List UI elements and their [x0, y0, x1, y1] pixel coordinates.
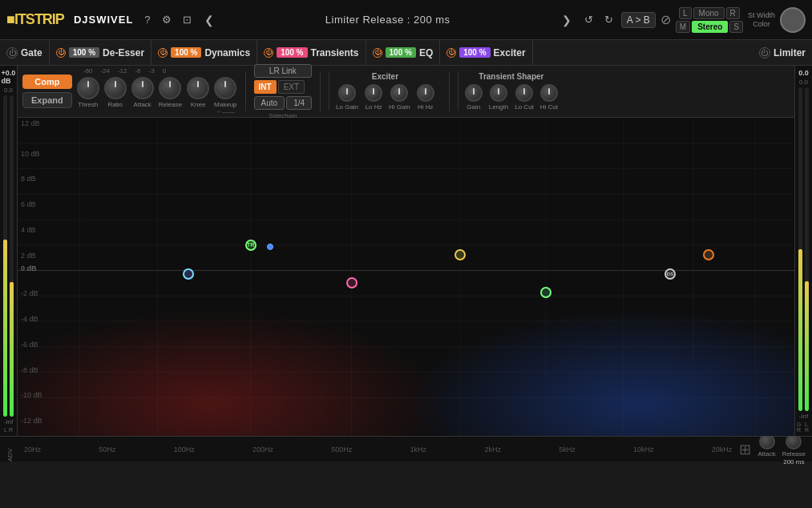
ab-button[interactable]: A > B	[621, 12, 656, 28]
transient-controls: Transient Shaper Gain Length Lo Cut	[458, 72, 564, 111]
eq-node-2khz[interactable]	[540, 287, 551, 298]
eq-node-1khz[interactable]	[454, 249, 466, 260]
transients-power-icon[interactable]: ⏻	[264, 48, 273, 58]
lr-link-button[interactable]: LR Link	[254, 64, 312, 78]
eq-node-200hz[interactable]	[346, 277, 358, 288]
ts-gain-knob[interactable]	[465, 84, 483, 102]
stereo-button[interactable]: Stereo	[692, 21, 728, 33]
left-meter-l-fill	[3, 240, 7, 417]
dj-swivel-label: DJSWIVEL	[74, 14, 133, 26]
gr-meter-group: -60 -24 -12 -6 -3 0 Thresh Ratio	[77, 67, 237, 115]
adv-label: ADV	[6, 437, 14, 462]
transient-knobs: Gain Length Lo Cut Hi Cut	[465, 84, 558, 111]
limiter-power-icon[interactable]: ⏻	[759, 47, 770, 58]
module-transients[interactable]: ⏻ 100 % Transients	[257, 40, 366, 65]
attack-knob[interactable]	[131, 77, 154, 99]
hi-gain-knob[interactable]	[390, 84, 408, 102]
right-meter-l-bar	[798, 87, 802, 411]
bottom-right-controls: ⊞ Attack Release 200 ms	[739, 433, 806, 466]
r-button[interactable]: R	[726, 7, 740, 19]
top-bar: ■ITSTRIP DJSWIVEL ? ⚙ ⊡ ❮ Limiter Releas…	[0, 0, 812, 40]
help-icon[interactable]: ?	[141, 12, 153, 27]
gate-power-icon[interactable]: ⏻	[6, 47, 18, 58]
module-dynamics[interactable]: ⏻ 100 % Dynamics	[151, 40, 257, 65]
attack-control-label: Attack	[757, 450, 775, 458]
left-meter-lr-labels: L R	[4, 427, 13, 433]
hi-hz-knob[interactable]	[417, 84, 434, 102]
expand-button[interactable]: Expand	[22, 92, 72, 108]
ts-locut-knob[interactable]	[515, 84, 533, 102]
redo-icon[interactable]: ↻	[601, 12, 616, 27]
auto-button[interactable]: Auto	[254, 96, 285, 110]
freq-5khz: 5kHz	[559, 446, 576, 454]
nav-fwd-button[interactable]: ❯	[557, 12, 576, 28]
lo-hz-knob[interactable]	[365, 84, 382, 102]
s-button[interactable]: S	[729, 21, 743, 33]
l-button[interactable]: L	[679, 7, 692, 19]
release-knob[interactable]	[159, 77, 181, 99]
release-control-value: 200 ms	[783, 458, 804, 466]
eq-node-10khz[interactable]	[703, 249, 714, 260]
separator3	[449, 71, 450, 111]
mono-button[interactable]: Mono	[693, 7, 725, 19]
hi-gain-label: Hi Gain	[389, 103, 410, 111]
right-level-sub: 0.0	[799, 79, 808, 86]
transients-module-label: Transients	[311, 47, 359, 58]
deesser-module-label: De-Esser	[103, 47, 144, 58]
deesser-pct: 100 %	[69, 47, 99, 58]
limiter-module-label: Limiter	[774, 47, 806, 58]
eq-node-tr[interactable]: TR	[245, 240, 257, 251]
avatar[interactable]	[780, 7, 806, 33]
eq-node-1[interactable]	[183, 268, 194, 280]
module-eq[interactable]: ⏻ 100 % EQ	[366, 40, 441, 65]
comp-button[interactable]: Comp	[22, 75, 72, 89]
attack-control-group: Attack	[757, 433, 775, 466]
hi-hz-knob-group: Hi Hz	[417, 84, 434, 111]
makeup-arrow: ←——	[216, 108, 235, 115]
ratio-knob[interactable]	[104, 77, 127, 99]
eq-power-icon[interactable]: ⏻	[373, 48, 382, 58]
knee-knob[interactable]	[187, 77, 209, 99]
piano-icon[interactable]: ⊞	[739, 441, 751, 458]
undo-icon[interactable]: ↺	[581, 12, 596, 27]
ts-hicut-knob[interactable]	[540, 84, 558, 102]
controls-row: Comp Expand -60 -24 -12 -6 -3 0 Thresh	[18, 66, 794, 118]
db-label-neg6: -6 dB	[21, 341, 38, 349]
dynamics-power-icon[interactable]: ⏻	[158, 48, 168, 58]
db-label-neg12: -12 dB	[21, 417, 42, 425]
freq-200hz: 200Hz	[252, 446, 273, 454]
eq-node-ds[interactable]: DS	[665, 268, 676, 280]
makeup-knob[interactable]	[214, 77, 236, 99]
main-area: +0.0 dB 0.0 -Inf L R Comp Expand	[0, 66, 812, 436]
ext-button[interactable]: EXT	[278, 80, 305, 94]
left-level-value: +0.0 dB	[2, 69, 16, 85]
settings-icon[interactable]: ⚙	[159, 12, 175, 27]
db-label-neg4: -4 dB	[21, 315, 38, 323]
exciter-power-icon[interactable]: ⏻	[446, 48, 456, 58]
module-deesser[interactable]: ⏻ 100 % De-Esser	[50, 40, 151, 65]
module-gate[interactable]: ⏻ Gate	[0, 40, 50, 65]
hi-gain-knob-group: Hi Gain	[389, 84, 410, 111]
eq-node-tr-secondary[interactable]	[267, 244, 273, 250]
bookmark-icon[interactable]: ⊡	[180, 12, 195, 27]
lo-gain-knob[interactable]	[338, 84, 356, 102]
ts-length-knob[interactable]	[490, 84, 507, 102]
thresh-knob[interactable]	[77, 77, 99, 99]
mono-stereo-group: L Mono R M Stereo S	[676, 7, 743, 33]
logo: ■ITSTRIP	[6, 11, 64, 28]
exciter-controls: Exciter Lo Gain Lo Hz Hi Gain	[329, 72, 441, 111]
freq-50hz: 50Hz	[99, 446, 115, 454]
deesser-power-icon[interactable]: ⏻	[56, 48, 66, 58]
right-controls: ↺ ↻ A > B ⊘ L Mono R M Stereo S St Width…	[581, 7, 806, 33]
nav-back-button[interactable]: ❮	[200, 12, 219, 28]
right-lr-label: L R	[805, 421, 810, 433]
m-button[interactable]: M	[676, 21, 690, 33]
right-gr-label: G R	[797, 421, 803, 433]
module-exciter[interactable]: ⏻ 100 % Exciter	[440, 40, 532, 65]
fraction-button[interactable]: 1/4	[286, 96, 312, 110]
int-button[interactable]: INT	[254, 80, 277, 94]
exciter-pct: 100 %	[459, 47, 490, 58]
module-limiter[interactable]: ⏻ Limiter	[753, 40, 812, 65]
ts-length-knob-group: Length	[489, 84, 508, 111]
reset-button[interactable]: ⊘	[661, 12, 671, 27]
